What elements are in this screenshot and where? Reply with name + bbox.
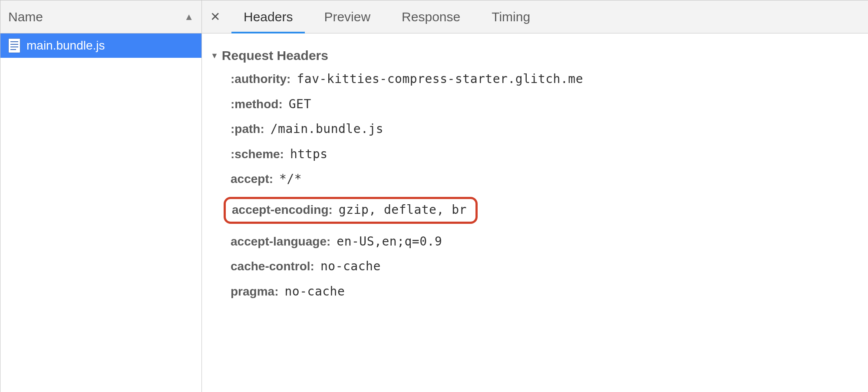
header-value: no-cache [320, 259, 381, 274]
svg-rect-0 [9, 39, 20, 53]
devtools-network-panel: Name ▲ main.bundle.js ✕ [0, 0, 868, 392]
tab-preview[interactable]: Preview [308, 0, 386, 33]
column-name-header: Name [8, 10, 43, 24]
request-list: main.bundle.js [0, 33, 201, 392]
request-list-panel: Name ▲ main.bundle.js [0, 0, 202, 392]
header-row: cache-control: no-cache [231, 259, 859, 274]
request-headers-list: :authority: fav-kitties-compress-starter… [211, 72, 859, 299]
details-tabs: ✕ Headers Preview Response Timing [202, 0, 868, 33]
tab-label: Timing [492, 10, 530, 24]
header-row: :path: /main.bundle.js [231, 122, 859, 136]
header-value: https [290, 147, 328, 162]
header-row: accept-language: en-US,en;q=0.9 [231, 234, 859, 249]
tab-response[interactable]: Response [386, 0, 476, 33]
close-icon: ✕ [210, 10, 220, 24]
tab-label: Preview [324, 10, 370, 24]
sort-ascending-icon: ▲ [184, 11, 194, 23]
header-key: accept-language: [231, 234, 330, 249]
tab-label: Response [402, 10, 460, 24]
highlight-annotation: accept-encoding: gzip, deflate, br [224, 197, 478, 224]
header-value: no-cache [284, 284, 345, 299]
header-value: en-US,en;q=0.9 [337, 234, 442, 249]
header-row: :scheme: https [231, 147, 859, 162]
file-icon [8, 38, 20, 53]
header-key: accept-encoding: [232, 203, 333, 217]
header-key: :authority: [231, 72, 290, 86]
header-key: pragma: [231, 284, 278, 299]
request-row-selected[interactable]: main.bundle.js [0, 33, 201, 58]
disclosure-triangle-icon: ▼ [211, 51, 218, 60]
header-value: gzip, deflate, br [339, 203, 467, 217]
header-key: :scheme: [231, 147, 284, 162]
header-value: /main.bundle.js [271, 122, 383, 136]
header-row: accept: */* [231, 172, 859, 186]
tab-label: Headers [244, 10, 293, 24]
close-details-button[interactable]: ✕ [202, 0, 228, 33]
header-key: :method: [231, 97, 283, 112]
header-row-highlighted: accept-encoding: gzip, deflate, br [231, 197, 859, 224]
headers-tab-content: ▼ Request Headers :authority: fav-kittie… [202, 33, 868, 392]
section-title: Request Headers [222, 48, 328, 63]
request-file-name: main.bundle.js [26, 39, 105, 53]
tab-timing[interactable]: Timing [476, 0, 546, 33]
header-key: accept: [231, 172, 273, 186]
header-row: pragma: no-cache [231, 284, 859, 299]
header-key: cache-control: [231, 259, 314, 274]
header-value: GET [289, 97, 311, 112]
request-list-header[interactable]: Name ▲ [0, 0, 201, 33]
header-key: :path: [231, 122, 264, 136]
header-value: fav-kitties-compress-starter.glitch.me [297, 72, 583, 86]
details-panel: ✕ Headers Preview Response Timing ▼ Requ… [202, 0, 868, 392]
request-headers-section-toggle[interactable]: ▼ Request Headers [211, 48, 859, 63]
header-row: :method: GET [231, 97, 859, 112]
header-value: */* [279, 172, 302, 186]
header-row: :authority: fav-kitties-compress-starter… [231, 72, 859, 86]
tab-headers[interactable]: Headers [228, 0, 308, 33]
